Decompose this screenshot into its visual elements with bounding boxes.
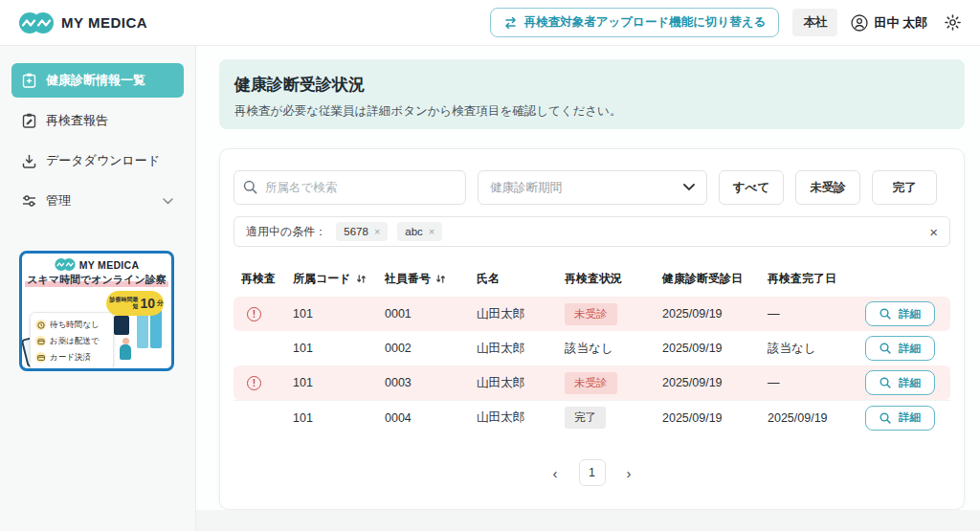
- brand-name: MY MEDICA: [61, 14, 147, 31]
- cell-name: 山田太郎: [477, 341, 565, 357]
- sidebar-item-label: 健康診断情報一覧: [46, 72, 145, 89]
- cell-name: 山田太郎: [477, 306, 565, 322]
- search-icon: [880, 377, 891, 388]
- filter-chip[interactable]: abc ×: [397, 222, 442, 241]
- column-header-name: 氏名: [477, 271, 565, 287]
- user-name: 田中 太郎: [874, 14, 927, 32]
- sidebar-item-label: 再検査報告: [46, 112, 108, 129]
- filter-chip-value: abc: [405, 226, 423, 237]
- chip-remove-icon[interactable]: ×: [429, 226, 434, 237]
- cell-recheck-done-date: —: [768, 376, 863, 389]
- ad-feature-label: お薬は配送で: [50, 336, 100, 347]
- main-content: 健康診断受診状況 再検査が必要な従業員は詳細ボタンから検査項目を確認してください…: [196, 46, 980, 531]
- ad-brand-name: MY MEDICA: [79, 259, 140, 271]
- swap-arrows-icon: [503, 17, 518, 29]
- cell-checkup-date: 2025/09/19: [662, 307, 768, 321]
- page-title: 健康診断受診状況: [234, 74, 949, 96]
- column-header-status: 再検査状況: [565, 271, 662, 287]
- illustration-shape: [137, 314, 148, 348]
- detail-button-label: 詳細: [899, 410, 921, 425]
- cell-recheck-done-date: 該当なし: [768, 341, 863, 357]
- status-filter-pending-button[interactable]: 未受診: [795, 170, 860, 205]
- app-logo: MY MEDICA: [19, 12, 147, 33]
- status-filter-done-button[interactable]: 完了: [872, 170, 937, 205]
- ad-logo: MY MEDICA: [22, 258, 171, 271]
- switch-upload-mode-button[interactable]: 再検査対象者アップロード機能に切り替える: [490, 8, 780, 37]
- user-menu[interactable]: 田中 太郎: [851, 14, 927, 32]
- filter-chip[interactable]: 5678 ×: [336, 222, 388, 241]
- table-row: 101 0004 山田太郎 完了 2025/09/19 2025/09/19 詳…: [234, 400, 950, 434]
- filter-bar: 健康診断期間 すべて 未受診 完了: [234, 170, 950, 205]
- column-header-employee-no[interactable]: 社員番号: [385, 271, 477, 287]
- applied-filters-label: 適用中の条件：: [246, 224, 326, 240]
- sort-icon[interactable]: [435, 274, 446, 284]
- detail-button[interactable]: 詳細: [865, 336, 935, 361]
- cell-name: 山田太郎: [477, 409, 565, 426]
- medicine-delivery-icon: [35, 336, 46, 346]
- sidebar-item-health-checkup-list[interactable]: 健康診断情報一覧: [11, 63, 184, 98]
- chip-remove-icon[interactable]: ×: [374, 226, 380, 237]
- applied-filters-bar: 適用中の条件： 5678 × abc × ×: [234, 216, 950, 247]
- detail-button[interactable]: 詳細: [865, 301, 935, 326]
- search-icon: [880, 343, 891, 354]
- no-wait-clock-icon: [35, 320, 46, 330]
- detail-button-label: 詳細: [899, 342, 921, 356]
- chevron-down-icon: [163, 198, 173, 205]
- office-badge: 本社: [792, 9, 837, 36]
- ad-badge-value: 10: [140, 296, 155, 311]
- recheck-alert-icon: !: [247, 307, 261, 321]
- table-header-row: 再検査 所属コード 社員番号 氏名 再検査状況 健康診断受診日 再検査完了日: [234, 264, 950, 293]
- ad-feature-label: カード決済: [50, 352, 91, 364]
- department-search-input[interactable]: [234, 170, 466, 205]
- sidebar-item-recheck-report[interactable]: 再検査報告: [11, 103, 184, 138]
- sliders-icon: [22, 194, 36, 208]
- clear-all-filters-icon[interactable]: ×: [929, 225, 938, 239]
- brand-mark-icon: [19, 12, 54, 33]
- checkup-period-select[interactable]: 健康診断期間: [478, 170, 707, 205]
- page-subtitle: 再検査が必要な従業員は詳細ボタンから検査項目を確認してください。: [234, 103, 949, 120]
- ad-badge-label: 診察時間最短: [106, 297, 138, 309]
- ad-feature-card: 待ち時間なし お薬は配送で カード決済: [30, 312, 114, 370]
- table-row: ! 101 0001 山田太郎 未受診 2025/09/19 — 詳細: [234, 297, 950, 331]
- checkup-period-placeholder: 健康診断期間: [490, 180, 562, 196]
- table-row: ! 101 0003 山田太郎 未受診 2025/09/19 — 詳細: [234, 365, 950, 400]
- cell-dept-code: 101: [293, 376, 385, 389]
- illustration-person: [120, 344, 131, 360]
- ad-feature-item: お薬は配送で: [35, 333, 108, 349]
- cell-dept-code: 101: [293, 307, 385, 321]
- top-header: MY MEDICA 再検査対象者アップロード機能に切り替える 本社 田中 太郎: [0, 0, 980, 46]
- column-header-dept-code[interactable]: 所属コード: [293, 271, 385, 287]
- ad-feature-item: 待ち時間なし: [35, 317, 108, 333]
- cell-dept-code: 101: [293, 342, 385, 355]
- chevron-down-icon: [683, 184, 695, 191]
- sidebar-item-label: データダウンロード: [46, 152, 160, 169]
- settings-gear-icon[interactable]: [945, 14, 961, 31]
- cell-recheck-done-date: 2025/09/19: [768, 411, 863, 425]
- department-search: [234, 170, 466, 205]
- results-card: 健康診断期間 すべて 未受診 完了 適用中の条件： 5678 × abc: [219, 148, 965, 510]
- search-icon: [880, 412, 891, 424]
- ad-feature-item: カード決済: [35, 349, 108, 365]
- column-header-recheck: 再検査: [241, 271, 293, 287]
- sidebar-item-data-download[interactable]: データダウンロード: [11, 144, 184, 178]
- ad-feature-label: 待ち時間なし: [50, 320, 100, 331]
- pagination-next-button[interactable]: ›: [627, 465, 632, 481]
- brand-mark-icon: [55, 258, 76, 271]
- pagination-prev-button[interactable]: ‹: [553, 465, 558, 481]
- detail-button[interactable]: 詳細: [865, 406, 935, 431]
- ad-illustration: 診察時間最短 10 分 待ち時間なし お薬は配: [22, 287, 171, 367]
- cell-employee-no: 0003: [385, 376, 477, 389]
- clipboard-list-icon: [22, 73, 36, 88]
- status-filter-all-button[interactable]: すべて: [719, 170, 784, 205]
- detail-button[interactable]: 詳細: [865, 370, 935, 395]
- cell-employee-no: 0004: [385, 411, 477, 425]
- pagination-page-1[interactable]: 1: [579, 459, 606, 486]
- sidebar-ad-banner[interactable]: MY MEDICA スキマ時間でオンライン診察 診察時間最短 10 分: [19, 251, 174, 371]
- cell-employee-no: 0001: [385, 307, 477, 321]
- pagination: ‹ 1 ›: [234, 459, 950, 486]
- sort-icon[interactable]: [356, 274, 367, 284]
- search-icon: [880, 308, 891, 320]
- filter-chip-value: 5678: [344, 226, 368, 237]
- sidebar-item-admin[interactable]: 管理: [11, 184, 184, 218]
- cell-recheck-done-date: —: [768, 307, 863, 321]
